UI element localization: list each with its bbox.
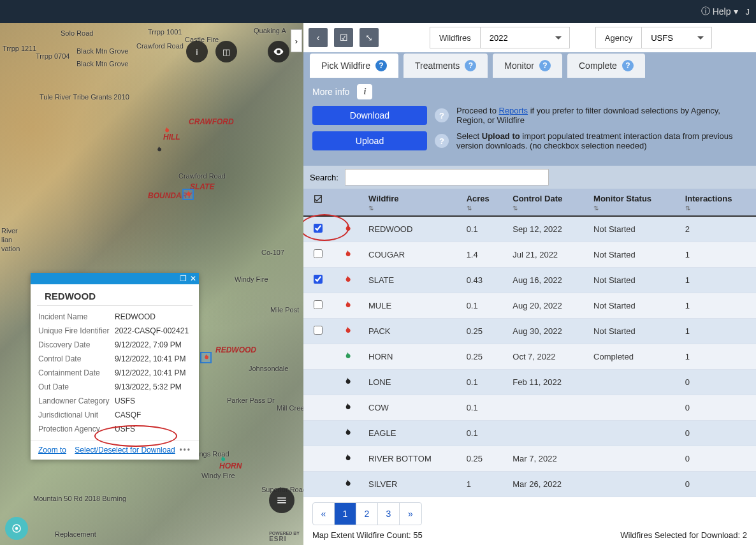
reports-link[interactable]: Reports — [499, 106, 528, 115]
pager-page[interactable]: 3 — [378, 503, 400, 525]
zoom-to-link[interactable]: Zoom to — [38, 446, 66, 454]
cell-wildfire: SLATE — [362, 268, 460, 293]
flame-icon — [333, 446, 362, 472]
table-row[interactable]: PACK0.25Aug 30, 2022Not Started1 — [303, 319, 756, 344]
row-checkbox[interactable] — [314, 326, 323, 335]
table-row[interactable]: RIVER BOTTOM0.25Mar 7, 20220 — [303, 446, 756, 472]
map-fire-label[interactable]: REDWOOD — [215, 345, 256, 354]
cell-control-date — [506, 421, 587, 446]
popup-body[interactable]: Incident NameREDWOODUnique Fire Identifi… — [31, 306, 199, 440]
help-icon[interactable]: ? — [465, 60, 476, 71]
cell-monitor-status: Not Started — [587, 216, 679, 242]
map-split-button[interactable]: ◫ — [215, 41, 237, 62]
search-label: Search: — [310, 173, 338, 182]
col-control-date[interactable]: Control Date⇅ — [506, 189, 587, 216]
col-monitor-status[interactable]: Monitor Status⇅ — [587, 189, 679, 216]
cell-control-date: Aug 20, 2022 — [506, 293, 587, 319]
popup-more-icon[interactable]: ••• — [179, 446, 191, 454]
wildfire-table-wrap[interactable]: Wildfire⇅ Acres⇅ Control Date⇅ Monitor S… — [303, 189, 756, 497]
fire-marker[interactable] — [184, 190, 193, 199]
map-collapse-button[interactable]: › — [291, 29, 302, 52]
table-row[interactable]: MULE0.1Aug 20, 2022Not Started1 — [303, 293, 756, 319]
flame-icon — [333, 319, 362, 344]
feature-popup: ❐ ✕ REDWOOD Incident NameREDWOODUnique F… — [31, 273, 199, 460]
select-deselect-link[interactable]: Select/Deselect for Download — [75, 446, 175, 454]
map-road-label: Black Mtn Grove — [76, 47, 128, 55]
fire-marker[interactable] — [162, 126, 171, 135]
info-icon[interactable]: i — [357, 84, 372, 99]
col-wildfire[interactable]: Wildfire⇅ — [362, 189, 460, 216]
popup-field-value: 9/12/2022, 10:41 PM — [115, 368, 185, 377]
col-acres[interactable]: Acres⇅ — [460, 189, 507, 216]
toolbar-back-button[interactable]: ‹ — [309, 28, 328, 47]
table-row[interactable]: SLATE0.43Aug 16, 2022Not Started1 — [303, 268, 756, 293]
tab-monitor[interactable]: Monitor? — [493, 54, 562, 78]
cell-monitor-status: Not Started — [587, 268, 679, 293]
row-checkbox[interactable] — [314, 275, 323, 284]
year-dropdown[interactable]: 2022 — [480, 27, 569, 48]
download-button[interactable]: Download — [312, 106, 427, 125]
map-road-label: Replacement — [55, 530, 96, 538]
table-row[interactable]: SILVER1Mar 26, 20220 — [303, 472, 756, 497]
popup-field-value: 9/12/2022, 10:41 PM — [115, 354, 185, 363]
cell-acres: 0.1 — [460, 216, 507, 242]
table-row[interactable]: HORN0.25Oct 7, 2022Completed1 — [303, 344, 756, 370]
row-checkbox[interactable] — [314, 249, 323, 258]
cell-wildfire: HORN — [362, 344, 460, 370]
map-layers-button[interactable] — [269, 488, 294, 513]
help-icon[interactable]: ? — [435, 108, 449, 122]
pager-page[interactable]: 1 — [335, 503, 356, 525]
user-initial[interactable]: J — [746, 7, 750, 17]
col-checkbox[interactable] — [303, 189, 333, 216]
table-row[interactable]: COUGAR1.4Jul 21, 2022Not Started1 — [303, 242, 756, 268]
upload-help-text: Select Upload to import populated treatm… — [456, 131, 747, 150]
map-road-label: Windy Fire — [201, 472, 235, 479]
fire-marker[interactable] — [218, 455, 227, 464]
help-menu[interactable]: ⓘ Help ▾ — [701, 6, 738, 17]
popup-header: ❐ ✕ — [31, 273, 199, 284]
svg-point-1 — [15, 527, 18, 530]
popup-field-value: 9/12/2022, 7:09 PM — [115, 340, 182, 349]
cell-control-date: Aug 30, 2022 — [506, 319, 587, 344]
wildfires-label: Wildfires — [430, 27, 480, 48]
help-icon[interactable]: ? — [539, 60, 551, 71]
popup-close-icon[interactable]: ✕ — [189, 274, 198, 283]
map-road-label: Windy Fire — [235, 275, 268, 283]
agency-dropdown[interactable]: USFS — [641, 27, 711, 48]
help-icon[interactable]: ? — [375, 60, 387, 71]
table-row[interactable]: LONE0.1Feb 11, 20220 — [303, 370, 756, 395]
cell-interactions: 1 — [679, 344, 756, 370]
table-row[interactable]: COW0.10 — [303, 395, 756, 421]
row-checkbox[interactable] — [314, 300, 323, 309]
pager-page[interactable]: « — [313, 503, 335, 525]
search-input[interactable] — [345, 169, 549, 185]
pager-page[interactable]: » — [400, 503, 421, 525]
tab-complete[interactable]: Complete? — [567, 54, 645, 78]
help-icon[interactable]: ? — [435, 134, 449, 148]
row-checkbox[interactable] — [314, 224, 323, 233]
toolbar-collapse-button[interactable]: ⤡ — [360, 28, 379, 47]
tab-treatments[interactable]: Treatments? — [403, 54, 488, 78]
toolbar-check-button[interactable]: ☑ — [334, 28, 353, 47]
fire-marker[interactable] — [154, 145, 163, 154]
popup-field-key: Containment Date — [38, 368, 110, 377]
cell-interactions: 1 — [679, 242, 756, 268]
tab-pick-wildfire[interactable]: Pick Wildfire? — [310, 54, 398, 78]
cell-interactions: 0 — [679, 395, 756, 421]
panel-area: More info i Download ? Proceed to Report… — [303, 78, 756, 166]
map-pane[interactable]: Solo RoadTrrpp 1001Quaking ATrrpp 1211Tr… — [0, 23, 303, 545]
map-info-button[interactable]: i — [186, 41, 208, 62]
map-fire-label[interactable]: CRAWFORD — [189, 117, 234, 126]
popup-dock-icon[interactable]: ❐ — [178, 274, 187, 283]
col-interactions[interactable]: Interactions⇅ — [679, 189, 756, 216]
cell-wildfire: COUGAR — [362, 242, 460, 268]
table-row[interactable]: EAGLE0.10 — [303, 421, 756, 446]
pager-page[interactable]: 2 — [356, 503, 378, 525]
fire-marker[interactable] — [201, 353, 210, 362]
upload-button[interactable]: Upload — [312, 131, 427, 150]
map-assistant-button[interactable] — [5, 517, 28, 540]
table-row[interactable]: REDWOOD0.1Sep 12, 2022Not Started2 — [303, 216, 756, 242]
tab-label: Pick Wildfire — [321, 61, 370, 71]
help-icon[interactable]: ? — [622, 60, 634, 71]
map-visibility-button[interactable] — [268, 41, 289, 62]
